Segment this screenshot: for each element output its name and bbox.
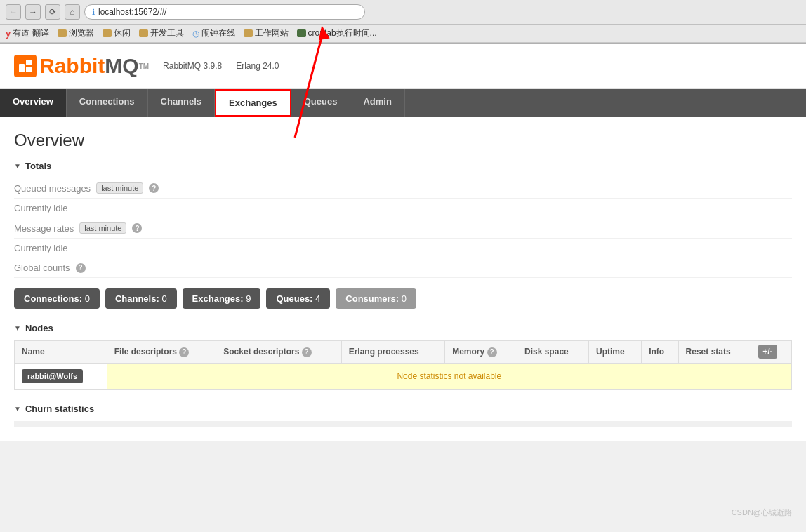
bookmark-cron[interactable]: crontab执行时间... (297, 27, 377, 39)
bookmark-browser-label: 浏览器 (69, 27, 94, 39)
global-counts-row: Global counts ? (14, 258, 792, 278)
memory-help[interactable]: ? (487, 347, 497, 357)
exchanges-stat-btn[interactable]: Exchanges: 9 (183, 288, 261, 309)
logo-icon (14, 55, 37, 77)
bookmark-youdao[interactable]: y 有道 翻译 (6, 27, 49, 39)
cron-icon (297, 29, 306, 37)
churn-label: Churn statistics (25, 404, 94, 414)
version-info: RabbitMQ 3.9.8 Erlang 24.0 (163, 61, 279, 71)
node-warning-cell: Node statistics not available (107, 363, 791, 389)
bookmark-work[interactable]: 工作网站 (244, 27, 289, 39)
node-warning-text: Node statistics not available (397, 371, 501, 381)
file-desc-help[interactable]: ? (179, 347, 189, 357)
logo-mq-text: MQ (105, 54, 138, 78)
channels-stat-btn[interactable]: Channels: 0 (105, 288, 177, 309)
youdao-icon: y (6, 28, 11, 39)
currently-idle-1-row: Currently idle (14, 199, 792, 218)
plus-minus-icon[interactable]: +/- (758, 345, 777, 359)
consumers-btn-label: Consumers: (345, 293, 401, 304)
folder-icon-3 (139, 29, 148, 37)
tab-connections[interactable]: Connections (67, 89, 148, 117)
nodes-triangle: ▼ (14, 324, 21, 332)
queues-count: 4 (315, 293, 320, 304)
folder-icon-1 (58, 29, 67, 37)
channels-count: 0 (161, 293, 166, 304)
nodes-section-header[interactable]: ▼ Nodes (14, 323, 792, 333)
churn-section: ▼ Churn statistics (14, 404, 792, 414)
folder-icon-2 (103, 29, 112, 37)
exchanges-count: 9 (246, 293, 251, 304)
home-button[interactable]: ⌂ (65, 4, 80, 20)
consumers-count: 0 (402, 293, 407, 304)
churn-triangle: ▼ (14, 405, 21, 413)
bookmark-browser[interactable]: 浏览器 (58, 27, 94, 39)
col-memory: Memory ? (445, 341, 517, 364)
erlang-version: Erlang 24.0 (236, 61, 279, 71)
bookmark-work-label: 工作网站 (255, 27, 289, 39)
rabbitmq-version: RabbitMQ 3.9.8 (163, 61, 222, 71)
col-name: Name (15, 341, 107, 364)
totals-label: Totals (25, 161, 51, 171)
bookmark-youdao-label: 有道 翻译 (13, 27, 48, 39)
queued-messages-row: Queued messages last minute ? (14, 178, 792, 199)
totals-section-header[interactable]: ▼ Totals (14, 161, 792, 171)
logo-tm-text: TM (139, 62, 149, 70)
folder-icon-4 (244, 29, 253, 37)
stats-row: Connections: 0 Channels: 0 Exchanges: 9 … (14, 288, 792, 309)
scroll-hint (14, 421, 792, 427)
forward-button[interactable]: → (25, 4, 41, 20)
bookmark-alarm[interactable]: ◷ 闹钟在线 (192, 27, 235, 39)
refresh-button[interactable]: ⟳ (45, 4, 60, 20)
bookmark-devtools[interactable]: 开发工具 (139, 27, 184, 39)
queued-messages-help[interactable]: ? (149, 183, 159, 193)
bookmark-leisure[interactable]: 休闲 (103, 27, 131, 39)
back-button[interactable]: ← (6, 4, 21, 20)
main-content: Overview ▼ Totals Queued messages last m… (0, 117, 806, 441)
tab-admin[interactable]: Admin (350, 89, 404, 117)
col-reset-stats: Reset stats (678, 341, 751, 364)
currently-idle-1-text: Currently idle (14, 203, 68, 213)
churn-section-header[interactable]: ▼ Churn statistics (14, 404, 792, 414)
tab-queues[interactable]: Queues (291, 89, 351, 117)
tab-channels[interactable]: Channels (148, 89, 216, 117)
message-rates-label: Message rates (14, 223, 74, 234)
app-logo: RabbitMQTM (14, 54, 149, 78)
address-bar-icon: ℹ (92, 8, 95, 17)
address-text: localhost:15672/#/ (98, 7, 166, 17)
channels-btn-label: Channels: (115, 293, 161, 304)
totals-triangle: ▼ (14, 162, 21, 170)
tab-overview[interactable]: Overview (0, 89, 67, 117)
global-counts-help[interactable]: ? (76, 263, 86, 273)
consumers-stat-btn[interactable]: Consumers: 0 (336, 288, 416, 309)
col-plus-minus: +/- (751, 341, 792, 364)
message-rates-help[interactable]: ? (132, 223, 142, 233)
address-bar[interactable]: ℹ localhost:15672/#/ (84, 4, 365, 20)
exchanges-btn-label: Exchanges: (192, 293, 246, 304)
node-name-badge: rabbit@Wolfs (22, 369, 83, 383)
node-name-cell: rabbit@Wolfs (15, 363, 107, 389)
bookmark-cron-label: crontab执行时间... (308, 27, 377, 39)
svg-rect-2 (26, 67, 32, 72)
nodes-section: ▼ Nodes Name File descriptors ? Socket d… (14, 323, 792, 390)
bookmarks-bar: y 有道 翻译 浏览器 休闲 开发工具 ◷ 闹钟在线 工作网站 crontab执… (0, 25, 806, 43)
node-row-rabbit: rabbit@Wolfs Node statistics not availab… (15, 363, 792, 389)
page: RabbitMQTM RabbitMQ 3.9.8 Erlang 24.0 Ov… (0, 44, 806, 441)
tab-exchanges[interactable]: Exchanges (215, 89, 291, 117)
currently-idle-2-row: Currently idle (14, 239, 792, 258)
svg-rect-0 (19, 64, 25, 72)
queues-stat-btn[interactable]: Queues: 4 (266, 288, 330, 309)
app-header: RabbitMQTM RabbitMQ 3.9.8 Erlang 24.0 (0, 44, 806, 89)
bookmark-alarm-label: 闹钟在线 (202, 27, 235, 39)
nodes-table-header-row: Name File descriptors ? Socket descripto… (15, 341, 792, 364)
col-erlang-proc: Erlang processes (341, 341, 445, 364)
socket-desc-help[interactable]: ? (302, 347, 312, 357)
message-rates-row: Message rates last minute ? (14, 218, 792, 239)
browser-nav-bar: ← → ⟳ ⌂ ℹ localhost:15672/#/ (0, 0, 806, 25)
connections-btn-label: Connections: (24, 293, 85, 304)
connections-stat-btn[interactable]: Connections: 0 (14, 288, 100, 309)
queues-btn-label: Queues: (276, 293, 315, 304)
last-minute-badge-1: last minute (96, 182, 143, 194)
nav-tabs: Overview Connections Channels Exchanges … (0, 89, 806, 117)
last-minute-badge-2: last minute (79, 222, 126, 234)
nodes-label: Nodes (25, 323, 53, 333)
